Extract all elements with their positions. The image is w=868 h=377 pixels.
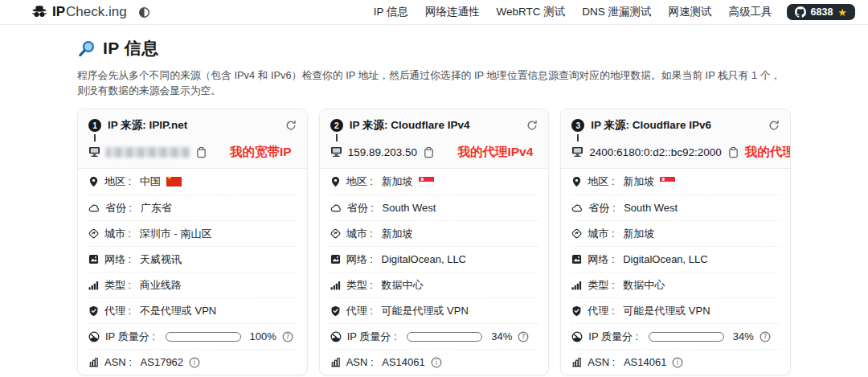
network-icon [88, 254, 99, 264]
source-number-badge: 3 [571, 119, 584, 132]
row-value: AS17962 [141, 356, 184, 368]
row-label: IP 质量分 [105, 330, 158, 344]
signal-bars-icon [571, 281, 582, 290]
ip-cards-grid: 1 IP 来源: IPIP.net [77, 109, 791, 375]
copy-icon[interactable] [727, 146, 739, 158]
github-star-count: 6838 [811, 6, 833, 18]
copy-icon[interactable] [423, 146, 435, 158]
row-value: 可能是代理或 VPN [382, 304, 469, 318]
shield-icon [88, 305, 99, 317]
nav-item-webrtc[interactable]: WebRTC 测试 [496, 5, 565, 19]
row-value: 天威视讯 [140, 252, 182, 267]
refresh-icon[interactable] [768, 120, 780, 131]
detail-row-proxy: 代理 不是代理或 VPN [88, 297, 297, 323]
refresh-icon[interactable] [526, 120, 538, 131]
row-label: 城市 [104, 227, 134, 241]
detail-row-quality: IP 质量分 100% ? [88, 323, 297, 349]
row-label: 类型 [104, 278, 134, 293]
map-pin-icon [330, 176, 341, 187]
row-label: 地区 [588, 174, 617, 189]
country-flag-icon [660, 177, 675, 186]
row-value: South West [383, 202, 436, 214]
row-value: 新加坡 [623, 227, 654, 241]
detail-row-province: 省份 广东省 [88, 195, 297, 220]
ip-address: 2400:6180:0:d2::bc92:2000 [589, 146, 721, 158]
device-monitor-icon [330, 146, 342, 158]
ip-card-ipip: 1 IP 来源: IPIP.net [77, 109, 308, 375]
detail-row-region: 地区 中国 [88, 169, 297, 195]
source-number-badge: 1 [88, 119, 101, 132]
row-value: 广东省 [141, 201, 172, 215]
gauge-icon [88, 331, 100, 342]
page-title-text: IP 信息 [103, 37, 159, 59]
github-icon [795, 6, 806, 18]
row-value: 不是代理或 VPN [140, 304, 216, 318]
help-icon[interactable]: ? [282, 331, 293, 342]
shield-icon [330, 305, 341, 317]
info-icon[interactable]: i [672, 357, 683, 368]
detail-row-proxy: 代理 可能是代理或 VPN [330, 297, 538, 323]
gauge-icon [571, 331, 583, 342]
card-body: 地区 新加坡 省份 South West 城市 新加坡 网络 D [320, 169, 549, 375]
copy-icon[interactable] [195, 146, 207, 158]
country-flag-icon [166, 177, 182, 186]
sign-turn-icon [88, 228, 99, 239]
nav-item-advanced-tools[interactable]: 高级工具 [729, 5, 772, 19]
help-icon[interactable]: ? [760, 331, 771, 342]
asn-chart-icon [330, 357, 341, 367]
ip-address: 159.89.203.50 [348, 146, 417, 158]
signal-bars-icon [330, 281, 341, 290]
dashed-connector [94, 134, 297, 141]
map-pin-icon [571, 176, 582, 187]
detail-row-city: 城市 深圳市 - 南山区 [88, 220, 297, 246]
svg-text:?: ? [522, 333, 526, 341]
svg-text:i: i [436, 359, 437, 367]
logo-text-bold: IP [52, 4, 65, 20]
help-icon[interactable]: ? [518, 331, 529, 342]
svg-text:i: i [677, 359, 678, 367]
row-label: 网络 [346, 252, 376, 267]
quality-progress-bar [407, 332, 482, 342]
row-label: IP 质量分 [588, 330, 641, 344]
detail-row-province: 省份 South West [571, 195, 780, 220]
row-value: AS14061 [624, 356, 667, 368]
card-header: 3 IP 来源: Cloudflare IPv6 [561, 109, 790, 169]
theme-toggle-icon[interactable] [138, 6, 150, 18]
shield-icon [571, 305, 582, 317]
site-logo[interactable]: IPCheck.ing [31, 3, 127, 21]
quality-progress-bar [166, 332, 241, 342]
detail-row-network: 网络 天威视讯 [88, 246, 297, 272]
row-label: 代理 [588, 304, 617, 318]
top-navigation-bar: IPCheck.ing IP 信息 网络连通性 WebRTC 测试 DNS 泄漏… [0, 0, 868, 25]
svg-text:?: ? [764, 333, 768, 341]
detail-row-type: 类型 数据中心 [571, 272, 780, 297]
star-icon: ★ [837, 7, 847, 18]
quality-percent: 34% [733, 330, 754, 342]
nav-item-speedtest[interactable]: 网速测试 [669, 5, 712, 19]
nav-item-dns-leak[interactable]: DNS 泄漏测试 [582, 5, 651, 19]
detail-row-proxy: 代理 可能是代理或 VPN [571, 297, 780, 323]
row-label: 网络 [104, 252, 134, 267]
nav-item-connectivity[interactable]: 网络连通性 [425, 5, 480, 19]
main-nav: IP 信息 网络连通性 WebRTC 测试 DNS 泄漏测试 网速测试 高级工具 [374, 5, 772, 19]
ip-source-title: IP 来源: Cloudflare IPv6 [591, 118, 711, 133]
row-value: 中国 [140, 174, 161, 189]
nav-item-ip-info[interactable]: IP 信息 [374, 5, 408, 19]
source-number-badge: 2 [330, 119, 343, 132]
row-value: 数据中心 [382, 278, 424, 293]
detail-row-asn: ASN AS14061 i [330, 349, 538, 375]
github-stars-badge[interactable]: 6838 ★ [787, 4, 855, 20]
detail-row-city: 城市 新加坡 [571, 220, 780, 246]
svg-text:i: i [194, 359, 195, 367]
card-header: 2 IP 来源: Cloudflare IPv4 [320, 109, 549, 169]
row-label: 地区 [346, 174, 376, 189]
info-icon[interactable]: i [431, 357, 442, 368]
cloud-icon [88, 203, 100, 213]
gauge-icon [330, 331, 342, 342]
logo-text: Check.ing [66, 4, 127, 20]
refresh-icon[interactable] [285, 120, 297, 131]
row-label: 省份 [588, 201, 618, 215]
info-icon[interactable]: i [189, 357, 200, 368]
row-label: 地区 [104, 174, 134, 189]
cloud-icon [571, 203, 583, 213]
